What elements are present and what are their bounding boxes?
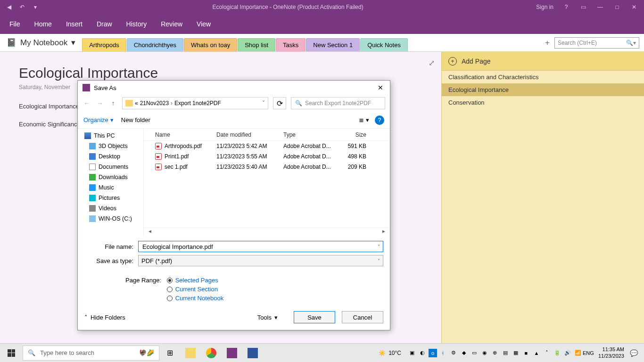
filename-input[interactable]: Ecological Importance.pdf ˅ bbox=[138, 241, 383, 252]
tray-icon[interactable]: ▭ bbox=[470, 349, 479, 357]
search-input[interactable]: Search (Ctrl+E) 🔍 ▾ bbox=[554, 37, 639, 49]
undo-icon[interactable]: ↶ bbox=[18, 3, 26, 11]
ribbon-tab-insert[interactable]: Insert bbox=[66, 20, 83, 28]
col-size[interactable]: Size bbox=[336, 132, 369, 138]
tools-dropdown[interactable]: Tools ▾ bbox=[257, 314, 278, 321]
clock[interactable]: 11:35 AM 11/23/2023 bbox=[594, 346, 628, 359]
back-icon[interactable]: ◀ bbox=[5, 3, 13, 11]
close-dialog-icon[interactable]: ✕ bbox=[376, 84, 385, 91]
chevron-down-icon[interactable]: ˅ bbox=[378, 258, 380, 263]
section-tab[interactable]: New Section 1 bbox=[306, 38, 360, 51]
ribbon-tab-home[interactable]: Home bbox=[34, 20, 52, 28]
file-list-header[interactable]: Name Date modified Type Size bbox=[144, 129, 390, 141]
tree-item[interactable]: Pictures bbox=[78, 193, 143, 203]
ribbon-tab-history[interactable]: History bbox=[126, 20, 147, 28]
file-explorer-icon[interactable] bbox=[180, 344, 201, 362]
organize-dropdown[interactable]: Organize ▾ bbox=[83, 116, 114, 123]
scroll-left-icon[interactable]: ◄ bbox=[147, 229, 153, 234]
start-button[interactable] bbox=[0, 344, 23, 362]
tray-icon[interactable]: ▤ bbox=[501, 349, 510, 357]
tray-icon[interactable]: ▦ bbox=[512, 349, 520, 357]
tray-icon[interactable]: ■ bbox=[522, 349, 530, 357]
section-tab[interactable]: Chondrichthyes bbox=[127, 38, 183, 51]
nav-forward-icon[interactable]: → bbox=[96, 99, 104, 107]
nav-back-icon[interactable]: ← bbox=[83, 99, 91, 107]
tree-item[interactable]: This PC bbox=[78, 131, 143, 141]
notebook-selector[interactable]: 📓 My Notebook ▾ bbox=[0, 38, 82, 48]
radio-current-notebook[interactable]: Current Notebook bbox=[167, 295, 224, 302]
page-list-item[interactable]: Ecological Importance bbox=[442, 83, 644, 96]
page-list-item[interactable]: Conservation bbox=[442, 96, 644, 109]
wifi-icon[interactable]: 📶 bbox=[574, 349, 582, 357]
section-tab[interactable]: Arthropods bbox=[82, 38, 126, 51]
save-button[interactable]: Save bbox=[294, 311, 335, 323]
help-icon[interactable]: ? bbox=[562, 3, 570, 11]
tray-icon[interactable]: ◉ bbox=[480, 349, 489, 357]
sign-in-link[interactable]: Sign in bbox=[536, 4, 553, 10]
nav-up-icon[interactable]: ↑ bbox=[109, 99, 117, 107]
col-type[interactable]: Type bbox=[281, 132, 336, 138]
help-icon[interactable]: ? bbox=[375, 115, 384, 125]
chevron-up-icon[interactable]: ˄ bbox=[543, 349, 551, 357]
section-tab[interactable]: Shop list bbox=[238, 38, 275, 51]
refresh-button[interactable]: ⟳ bbox=[273, 97, 286, 109]
qat-dropdown-icon[interactable]: ▾ bbox=[31, 3, 40, 11]
new-folder-button[interactable]: New folder bbox=[121, 116, 150, 123]
add-section-button[interactable]: + bbox=[540, 39, 554, 47]
task-view-icon[interactable]: ⊞ bbox=[159, 344, 180, 362]
savetype-combo[interactable]: PDF (*.pdf) ˅ bbox=[138, 255, 383, 266]
path-segment[interactable]: Export 1note2PDF bbox=[174, 100, 221, 107]
file-row[interactable]: sec 1.pdf11/23/2023 5:40 AMAdobe Acrobat… bbox=[144, 162, 390, 172]
view-options-icon[interactable]: ≣ ▾ bbox=[359, 116, 369, 123]
col-name[interactable]: Name bbox=[144, 132, 214, 138]
expand-icon[interactable]: ⤢ bbox=[429, 58, 435, 67]
tree-item[interactable]: Music bbox=[78, 182, 143, 193]
weather-widget[interactable]: ☀️ 10°C bbox=[379, 350, 401, 356]
language-indicator[interactable]: ENG bbox=[584, 349, 593, 357]
radio-current-section[interactable]: Current Section bbox=[167, 286, 224, 293]
bluetooth-icon[interactable]: ᚼ bbox=[439, 349, 447, 357]
tray-icon[interactable]: o bbox=[429, 349, 437, 357]
notifications-icon[interactable]: 💬 bbox=[630, 349, 641, 357]
scroll-right-icon[interactable]: ► bbox=[380, 229, 387, 234]
onenote-taskbar-icon[interactable] bbox=[222, 344, 242, 362]
minimize-icon[interactable]: — bbox=[596, 3, 604, 11]
file-row[interactable]: Print1.pdf11/23/2023 5:55 AMAdobe Acroba… bbox=[144, 151, 390, 162]
cancel-button[interactable]: Cancel bbox=[342, 311, 383, 323]
ribbon-tab-view[interactable]: View bbox=[197, 20, 211, 28]
tree-item[interactable]: Desktop bbox=[78, 151, 143, 162]
search-dropdown-icon[interactable]: ▾ bbox=[633, 40, 636, 46]
hide-folders-toggle[interactable]: ˄ Hide Folders bbox=[84, 314, 125, 321]
tray-icon[interactable]: ◐ bbox=[418, 349, 427, 357]
ribbon-tab-draw[interactable]: Draw bbox=[97, 20, 112, 28]
tree-item[interactable]: Videos bbox=[78, 203, 143, 214]
page-title[interactable]: Ecological Importance bbox=[19, 65, 422, 81]
ribbon-tab-file[interactable]: File bbox=[9, 20, 20, 28]
tray-icon[interactable]: ▲ bbox=[532, 349, 541, 357]
tree-item[interactable]: 3D Objects bbox=[78, 141, 143, 151]
address-bar[interactable]: « 21Nov2023 › Export 1note2PDF ˅ bbox=[122, 97, 268, 109]
page-list-item[interactable]: Classification and Characteristics bbox=[442, 71, 644, 83]
maximize-icon[interactable]: □ bbox=[613, 3, 621, 11]
folder-tree[interactable]: This PC3D ObjectsDesktopDocumentsDownloa… bbox=[78, 129, 144, 236]
section-tab[interactable]: Tasks bbox=[276, 38, 305, 51]
taskbar-search-input[interactable]: 🔍 Type here to search 🦃🌽 bbox=[23, 346, 159, 361]
ribbon-options-icon[interactable]: ▭ bbox=[579, 3, 587, 11]
chrome-icon[interactable] bbox=[201, 344, 222, 362]
col-date[interactable]: Date modified bbox=[214, 132, 281, 138]
tray-icon[interactable]: ▣ bbox=[408, 349, 416, 357]
tree-item[interactable]: Downloads bbox=[78, 172, 143, 182]
chevron-down-icon[interactable]: ˅ bbox=[378, 244, 380, 249]
dialog-titlebar[interactable]: Save As ✕ bbox=[78, 81, 390, 95]
word-taskbar-icon[interactable] bbox=[242, 344, 263, 362]
file-row[interactable]: Arthropods.pdf11/23/2023 5:42 AMAdobe Ac… bbox=[144, 141, 390, 151]
close-window-icon[interactable]: ✕ bbox=[630, 3, 638, 11]
radio-selected-pages[interactable]: Selected Pages bbox=[167, 277, 224, 284]
section-tab[interactable]: Quick Notes bbox=[360, 38, 408, 51]
volume-icon[interactable]: 🔊 bbox=[563, 349, 572, 357]
tray-icon[interactable]: ⚙ bbox=[449, 349, 458, 357]
tray-icon[interactable]: ⊕ bbox=[491, 349, 499, 357]
battery-icon[interactable]: 🔋 bbox=[553, 349, 561, 357]
path-segment[interactable]: 21Nov2023 bbox=[140, 100, 169, 107]
ribbon-tab-review[interactable]: Review bbox=[161, 20, 182, 28]
